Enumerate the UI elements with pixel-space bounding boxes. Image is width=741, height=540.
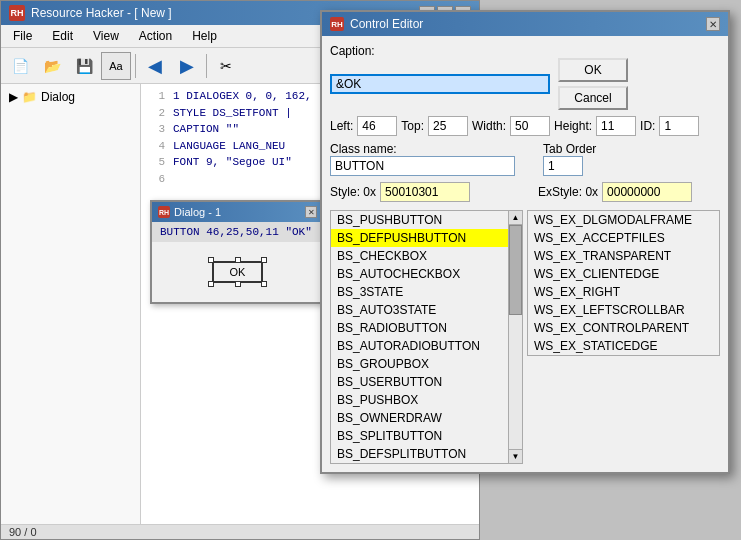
ce-width-input[interactable]: [510, 116, 550, 136]
app-logo: RH: [9, 5, 25, 21]
back-button[interactable]: ◀: [140, 52, 170, 80]
ce-exstyle-list[interactable]: WS_EX_DLGMODALFRAME WS_EX_ACCEPTFILES WS…: [528, 211, 719, 355]
ce-coords-row: Left: Top: Width: Height: ID:: [330, 116, 720, 136]
dialog-close-btn[interactable]: ✕: [305, 206, 317, 218]
open-button[interactable]: 📂: [37, 52, 67, 80]
scroll-up-icon[interactable]: ▲: [509, 211, 522, 225]
list-item-ws-ex-acceptfiles[interactable]: WS_EX_ACCEPTFILES: [528, 229, 719, 247]
save-button[interactable]: 💾: [69, 52, 99, 80]
ce-style-label: Style: 0x: [330, 185, 376, 199]
ce-tab-order-label: Tab Order: [543, 142, 596, 156]
list-item-bs-pushbutton[interactable]: BS_PUSHBUTTON: [331, 211, 508, 229]
ce-left-label: Left:: [330, 119, 353, 133]
ce-exstyle-list-container: WS_EX_DLGMODALFRAME WS_EX_ACCEPTFILES WS…: [527, 210, 720, 356]
list-item-ws-ex-controlparent[interactable]: WS_EX_CONTROLPARENT: [528, 319, 719, 337]
ce-body: Caption: OK Cancel Left: Top:: [322, 36, 728, 472]
list-item-bs-groupbox[interactable]: BS_GROUPBOX: [331, 355, 508, 373]
handle-tm: [235, 257, 241, 263]
ce-tab-order-group: Tab Order: [543, 142, 596, 176]
ce-close-button[interactable]: ✕: [706, 17, 720, 31]
ce-class-label: Class name:: [330, 142, 515, 156]
ce-exstyle-input[interactable]: [602, 182, 692, 202]
list-item-ws-ex-clientedge[interactable]: WS_EX_CLIENTEDGE: [528, 265, 719, 283]
dialog-logo: RH: [158, 206, 170, 218]
text-button[interactable]: Aa: [101, 52, 131, 80]
ce-caption-row: Caption: OK Cancel: [330, 44, 720, 110]
handle-bl: [208, 281, 214, 287]
list-item-ws-ex-leftscrollbar[interactable]: WS_EX_LEFTSCROLLBAR: [528, 301, 719, 319]
menu-view[interactable]: View: [85, 27, 127, 45]
menu-edit[interactable]: Edit: [44, 27, 81, 45]
dialog-title-controls: ✕: [305, 206, 317, 218]
list-item-ws-ex-right[interactable]: WS_EX_RIGHT: [528, 283, 719, 301]
line-content-2: STYLE DS_SETFONT |: [173, 105, 292, 122]
list-item-bs-auto3state[interactable]: BS_AUTO3STATE: [331, 301, 508, 319]
ce-style-input[interactable]: [380, 182, 470, 202]
list-item-ws-ex-staticedge[interactable]: WS_EX_STATICEDGE: [528, 337, 719, 355]
ce-exstyle-label: ExStyle: 0x: [538, 185, 598, 199]
list-item-bs-autoradiobutton[interactable]: BS_AUTORADIOBUTTON: [331, 337, 508, 355]
ce-left-input[interactable]: [357, 116, 397, 136]
ce-exstyle-list-wrapper: WS_EX_DLGMODALFRAME WS_EX_ACCEPTFILES WS…: [527, 210, 720, 464]
line-content-1: 1 DIALOGEX 0, 0, 162,: [173, 88, 312, 105]
sidebar: ▶ 📁 Dialog: [1, 84, 141, 524]
list-item-bs-pushbox[interactable]: BS_PUSHBOX: [331, 391, 508, 409]
cut-button[interactable]: ✂: [211, 52, 241, 80]
ce-class-group: Class name:: [330, 142, 515, 176]
ce-action-buttons: OK Cancel: [558, 58, 628, 110]
ce-top-label: Top:: [401, 119, 424, 133]
folder-icon: 📁: [22, 90, 37, 104]
list-item-bs-splitbutton[interactable]: BS_SPLITBUTTON: [331, 427, 508, 445]
ce-style-list[interactable]: BS_PUSHBUTTON BS_DEFPUSHBUTTON BS_CHECKB…: [331, 211, 508, 463]
menu-action[interactable]: Action: [131, 27, 180, 45]
list-item-bs-autocheckbox[interactable]: BS_AUTOCHECKBOX: [331, 265, 508, 283]
list-item-bs-3state[interactable]: BS_3STATE: [331, 283, 508, 301]
sidebar-dialog-label: Dialog: [41, 90, 75, 104]
sidebar-tree-root[interactable]: ▶ 📁 Dialog: [5, 88, 136, 106]
ce-style-list-wrapper: BS_PUSHBUTTON BS_DEFPUSHBUTTON BS_CHECKB…: [330, 210, 523, 464]
menu-file[interactable]: File: [5, 27, 40, 45]
list-item-bs-defpushbutton[interactable]: BS_DEFPUSHBUTTON: [331, 229, 508, 247]
ce-id-group: ID:: [640, 116, 699, 136]
toolbar-sep-1: [135, 54, 136, 78]
ok-button-wrapper: OK: [212, 261, 264, 283]
list-item-bs-radiobutton[interactable]: BS_RADIOBUTTON: [331, 319, 508, 337]
ce-tab-order-input[interactable]: [543, 156, 583, 176]
list-item-bs-checkbox[interactable]: BS_CHECKBOX: [331, 247, 508, 265]
ce-height-input[interactable]: [596, 116, 636, 136]
list-item-ws-ex-dlgmodalframe[interactable]: WS_EX_DLGMODALFRAME: [528, 211, 719, 229]
line-content-3: CAPTION "": [173, 121, 239, 138]
expand-arrow-icon: ▶: [9, 90, 18, 104]
ce-caption-input[interactable]: [330, 74, 550, 94]
list-item-bs-defsplitbutton[interactable]: BS_DEFSPLITBUTTON: [331, 445, 508, 463]
dialog-preview-title-bar: RH Dialog - 1 ✕: [152, 202, 323, 222]
ce-width-group: Width:: [472, 116, 550, 136]
list-item-ws-ex-transparent[interactable]: WS_EX_TRANSPARENT: [528, 247, 719, 265]
list-item-bs-ownerdraw[interactable]: BS_OWNERDRAW: [331, 409, 508, 427]
list-item-bs-userbutton[interactable]: BS_USERBUTTON: [331, 373, 508, 391]
line-num-2: 2: [149, 105, 165, 122]
ce-logo: RH: [330, 17, 344, 31]
dialog-body: OK: [152, 242, 323, 302]
forward-button[interactable]: ▶: [172, 52, 202, 80]
ce-class-row: Class name: Tab Order: [330, 142, 720, 176]
ok-preview-button[interactable]: OK: [212, 261, 264, 283]
menu-help[interactable]: Help: [184, 27, 225, 45]
handle-br: [261, 281, 267, 287]
line-num-1: 1: [149, 88, 165, 105]
ce-id-input[interactable]: [659, 116, 699, 136]
ce-cancel-button[interactable]: Cancel: [558, 86, 628, 110]
style-list-scrollbar[interactable]: ▲ ▼: [508, 211, 522, 463]
handle-tl: [208, 257, 214, 263]
new-button[interactable]: 📄: [5, 52, 35, 80]
ce-height-group: Height:: [554, 116, 636, 136]
ce-caption-label: Caption:: [330, 44, 720, 58]
ce-ok-button[interactable]: OK: [558, 58, 628, 82]
scroll-down-icon[interactable]: ▼: [509, 449, 522, 463]
dialog-preview-title: Dialog - 1: [174, 206, 221, 218]
scroll-thumb[interactable]: [509, 225, 522, 315]
ce-top-input[interactable]: [428, 116, 468, 136]
line-num-4: 4: [149, 138, 165, 155]
ce-class-input[interactable]: [330, 156, 515, 176]
ce-lists-container: BS_PUSHBUTTON BS_DEFPUSHBUTTON BS_CHECKB…: [330, 210, 720, 464]
